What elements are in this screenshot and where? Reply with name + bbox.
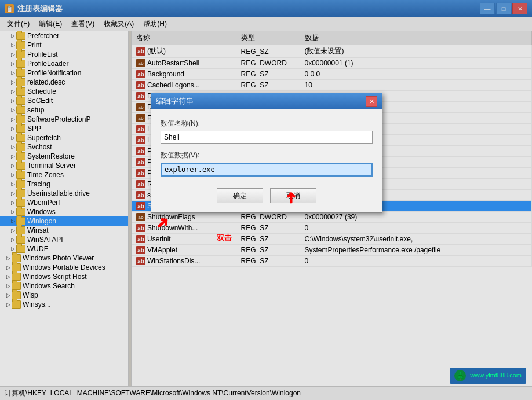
modal-overlay: 编辑字符串 ✕ 数值名称(N): 数值数据(V): 确定 取消: [0, 0, 532, 400]
dialog-body: 数值名称(N): 数值数据(V): 确定 取消: [151, 109, 382, 212]
dialog-close-button[interactable]: ✕: [366, 96, 377, 107]
dialog-data-input[interactable]: [161, 163, 373, 177]
dialog-name-label: 数值名称(N):: [161, 119, 373, 129]
dialog-data-label: 数值数据(V):: [161, 151, 373, 160]
dialog-name-input[interactable]: [161, 131, 373, 144]
watermark-icon: 🌲: [454, 370, 466, 381]
watermark: 🌲 www.ylmf888.com: [450, 368, 526, 384]
watermark-text: www.ylmf888.com: [470, 372, 522, 379]
dialog-cancel-button[interactable]: 取消: [270, 188, 316, 203]
dialog-ok-button[interactable]: 确定: [217, 188, 263, 203]
dialog-title-bar: 编辑字符串 ✕: [151, 93, 382, 109]
dialog-buttons: 确定 取消: [161, 188, 373, 203]
dialog-title: 编辑字符串: [156, 96, 194, 107]
edit-string-dialog: 编辑字符串 ✕ 数值名称(N): 数值数据(V): 确定 取消: [151, 93, 382, 213]
